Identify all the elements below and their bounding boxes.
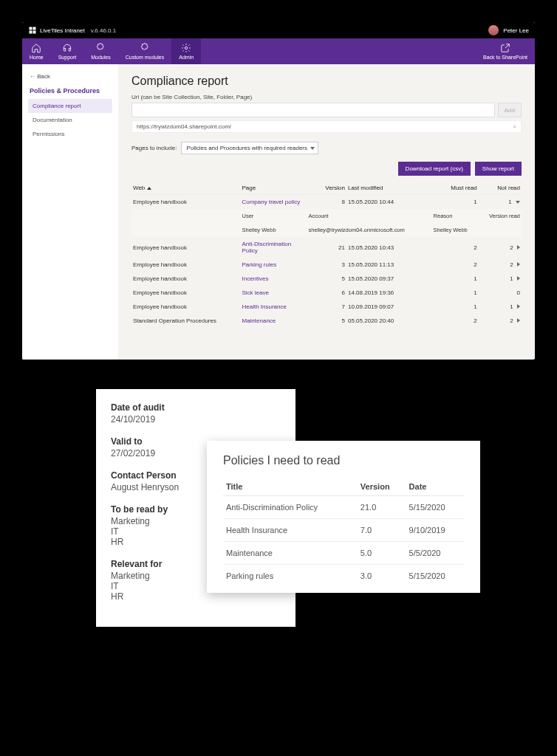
cell-web: Employee handbook xyxy=(131,272,240,286)
url-input[interactable] xyxy=(131,103,495,117)
cell-web: Standard Operation Procedures xyxy=(131,314,240,328)
menu-custom-modules[interactable]: Custom modules xyxy=(118,38,172,64)
cell-must: 1 xyxy=(432,300,479,314)
page-link[interactable]: Anti-Discrimination Policy xyxy=(242,241,291,254)
cell-must: 1 xyxy=(432,272,479,286)
policies-card: Policies I need to read Title Version Da… xyxy=(207,441,480,593)
sidebar-item-permissions[interactable]: Permissions xyxy=(28,127,112,141)
user-chip[interactable]: Peter Lee xyxy=(488,25,529,35)
table-row[interactable]: Employee handbookCompany travel policy81… xyxy=(131,195,522,210)
col-version[interactable]: Version xyxy=(307,182,346,195)
col-page[interactable]: Page xyxy=(240,182,307,195)
list-item[interactable]: Parking rules3.05/15/2020 xyxy=(223,565,464,588)
sidebar: ← Back Policies & Procedures Compliance … xyxy=(22,64,118,360)
cell-not: 2 xyxy=(479,314,522,328)
menu-support[interactable]: Support xyxy=(51,38,84,64)
list-item[interactable]: Anti-Discrimination Policy21.05/15/2020 xyxy=(223,496,464,519)
pol-version: 21.0 xyxy=(358,496,406,519)
sub-col-reason: Reason xyxy=(432,209,479,223)
sub-reason: Shelley Webb xyxy=(432,223,479,237)
cell-last: 14.08.2019 19:36 xyxy=(346,286,432,300)
table-row[interactable]: Employee handbookHealth Insurance710.09.… xyxy=(131,300,522,314)
menu-back-label: Back to SharePoint xyxy=(483,55,527,60)
sidebar-item-compliance[interactable]: Compliance report xyxy=(28,99,112,113)
table-row[interactable]: Standard Operation ProceduresMaintenance… xyxy=(131,314,522,328)
brand-text: LiveTiles Intranet xyxy=(40,27,85,34)
meta-label: Date of audit xyxy=(111,402,281,413)
menu-modules-label: Modules xyxy=(91,55,110,60)
report-table: Web Page Version Last modified Must read… xyxy=(131,182,522,328)
menu-modules[interactable]: Modules xyxy=(83,38,117,64)
pol-date: 5/15/2020 xyxy=(406,565,464,588)
cell-last: 15.05.2020 10:43 xyxy=(346,237,432,258)
pages-label: Pages to include: xyxy=(131,145,177,151)
col-not[interactable]: Not read xyxy=(479,182,522,195)
table-row[interactable]: Employee handbookParking rules315.05.202… xyxy=(131,258,522,272)
cell-must: 2 xyxy=(432,314,479,328)
back-link[interactable]: ← Back xyxy=(28,70,112,83)
cell-last: 15.05.2020 09:37 xyxy=(346,272,432,286)
menu-admin[interactable]: Admin xyxy=(171,38,201,64)
pages-dropdown[interactable]: Policies and Procedures with required re… xyxy=(181,142,318,154)
col-must[interactable]: Must read xyxy=(432,182,479,195)
cell-page: Company travel policy xyxy=(240,195,307,210)
pol-title: Health Insurance xyxy=(223,519,358,542)
sub-col-account: Account xyxy=(307,209,431,223)
brand-logo: LiveTiles Intranet xyxy=(28,26,85,35)
table-row[interactable]: Employee handbookAnti-Discrimination Pol… xyxy=(131,237,522,258)
page-link[interactable]: Company travel policy xyxy=(242,199,300,205)
show-button[interactable]: Show report xyxy=(475,162,522,176)
puzzle-alt-icon xyxy=(140,43,150,53)
page-link[interactable]: Maintenance xyxy=(242,317,276,324)
col-last[interactable]: Last modified xyxy=(346,182,432,195)
cell-must: 1 xyxy=(432,195,479,210)
col-web[interactable]: Web xyxy=(131,182,240,195)
menubar: Home Support Modules Custom modules Admi… xyxy=(22,38,535,64)
cell-page: Maintenance xyxy=(240,314,307,328)
list-item[interactable]: Health Insurance7.09/10/2019 xyxy=(223,519,464,542)
sort-asc-icon xyxy=(147,187,151,190)
page-link[interactable]: Parking rules xyxy=(242,261,276,268)
cell-version: 8 xyxy=(307,195,346,210)
policies-table: Title Version Date Anti-Discrimination P… xyxy=(223,478,464,587)
cell-web: Employee handbook xyxy=(131,286,240,300)
cell-last: 15.05.2020 11:13 xyxy=(346,258,432,272)
list-item[interactable]: Maintenance5.05/5/2020 xyxy=(223,542,464,565)
cell-page: Incentives xyxy=(240,272,307,286)
table-row[interactable]: Employee handbookIncentives515.05.2020 0… xyxy=(131,272,522,286)
url-label: Url (can be Site Collection, Site, Folde… xyxy=(131,94,522,100)
chevron-right-icon xyxy=(517,318,520,323)
cell-web: Employee handbook xyxy=(131,258,240,272)
page-link[interactable]: Incentives xyxy=(242,275,268,282)
pol-date: 9/10/2019 xyxy=(406,519,464,542)
pol-col-title: Title xyxy=(223,478,358,496)
pol-title: Maintenance xyxy=(223,542,358,565)
cell-must: 2 xyxy=(432,258,479,272)
pol-date: 5/15/2020 xyxy=(406,496,464,519)
cell-page: Parking rules xyxy=(240,258,307,272)
menu-back-sharepoint[interactable]: Back to SharePoint xyxy=(476,38,535,64)
cell-web: Employee handbook xyxy=(131,237,240,258)
page-title: Compliance report xyxy=(131,75,522,88)
add-button[interactable]: Add xyxy=(498,103,522,117)
cell-not: 1 xyxy=(479,195,522,210)
menu-home[interactable]: Home xyxy=(22,38,51,64)
gear-icon xyxy=(181,43,191,53)
page-link[interactable]: Health Insurance xyxy=(242,303,286,310)
cell-page: Sick leave xyxy=(240,286,307,300)
table-row[interactable]: Employee handbookSick leave614.08.2019 1… xyxy=(131,286,522,300)
close-icon[interactable]: × xyxy=(513,123,516,130)
cell-version: 3 xyxy=(307,258,346,272)
version-text: v.6.46.0.1 xyxy=(91,27,117,34)
cell-page: Health Insurance xyxy=(240,300,307,314)
cell-must: 2 xyxy=(432,237,479,258)
page-link[interactable]: Sick leave xyxy=(242,289,268,296)
cell-page: Anti-Discrimination Policy xyxy=(240,237,307,258)
menu-admin-label: Admin xyxy=(179,55,194,60)
cell-not: 1 xyxy=(479,272,522,286)
sub-user: Shelley Webb xyxy=(240,223,307,237)
download-button[interactable]: Download report (csv) xyxy=(398,162,471,176)
menu-support-label: Support xyxy=(58,55,77,60)
home-icon xyxy=(31,43,41,53)
sidebar-item-documentation[interactable]: Documentation xyxy=(28,113,112,127)
